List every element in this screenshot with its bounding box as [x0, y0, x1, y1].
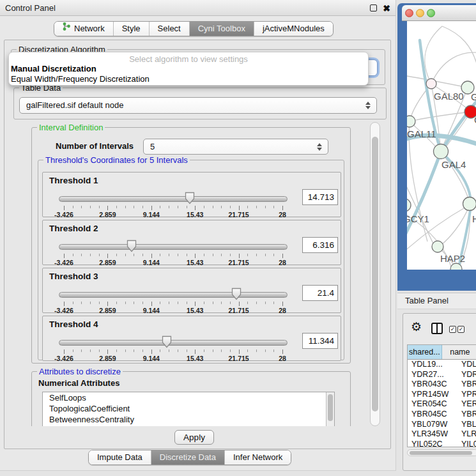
column-header-shared[interactable]: shared... — [408, 345, 442, 359]
gear-icon[interactable]: ⚙ — [411, 319, 422, 334]
table-row[interactable]: YER054CYER0 — [408, 399, 476, 410]
slider-tick — [247, 302, 248, 304]
node-gal80[interactable] — [426, 79, 436, 89]
table-row[interactable]: YDR27...YDR2 — [408, 370, 476, 380]
slider-tick — [265, 206, 266, 208]
scrollbar-thumb[interactable] — [410, 451, 472, 455]
tab-select[interactable]: Select — [149, 22, 189, 36]
cell-shared-name: YDL19... — [408, 360, 456, 370]
attribute-item-betweennesscentrality[interactable]: BetweennessCentrality — [43, 414, 334, 425]
slider-tick — [256, 254, 257, 256]
checkbox-icon[interactable]: ✓ — [449, 326, 456, 333]
slider-tick — [265, 302, 266, 304]
scrollbar-thumb[interactable] — [372, 137, 378, 411]
cell-name: YLR3 — [456, 429, 476, 440]
number-of-intervals-combo[interactable]: 5 — [143, 139, 328, 155]
close-traffic-light[interactable] — [405, 9, 413, 17]
threshold-slider[interactable]: -3.4262.8599.14415.4321.71528 — [59, 238, 288, 265]
slider-tick — [81, 349, 82, 352]
network-canvas[interactable]: GAL80 G C GAL11 GAL4 GCY1 H HAP2 — [407, 21, 476, 270]
threshold-label: Threshold 4 — [49, 319, 98, 329]
tab-impute-data[interactable]: Impute Data — [89, 450, 151, 464]
slider-track[interactable] — [59, 196, 288, 202]
attributes-list[interactable]: SelfLoopsTopologicalCoefficientBetweenne… — [42, 392, 335, 426]
slider-thumb[interactable] — [185, 192, 195, 204]
combo-spinner-icon — [317, 143, 322, 151]
tab-infer-network[interactable]: Infer Network — [224, 450, 291, 464]
cell-shared-name: YIL052C — [408, 440, 456, 447]
attribute-item-selfloops[interactable]: SelfLoops — [43, 392, 334, 403]
apply-button[interactable]: Apply — [174, 430, 214, 445]
slider-tick — [134, 302, 134, 304]
slider-tick — [73, 254, 73, 256]
slider-tick — [73, 349, 73, 352]
node-gal11[interactable] — [407, 116, 415, 127]
tab-jactivemnodules[interactable]: jActiveMNodules — [254, 22, 333, 36]
slider-tick — [134, 254, 134, 256]
table-data-combo[interactable]: galFiltered.sif default node — [19, 97, 377, 114]
slider-tick — [142, 349, 143, 352]
tab-discretize-data[interactable]: Discretize Data — [151, 450, 224, 464]
table-row[interactable]: YPR145WYPR1 — [408, 390, 476, 400]
settings-scroll-area: Interval Definition Number of Intervals … — [10, 122, 370, 426]
table-data-value: galFiltered.sif default node — [26, 100, 123, 110]
slider-tick — [116, 254, 117, 256]
algorithm-option-manual-discretization[interactable]: Manual Discretization — [9, 64, 368, 74]
cell-name: YIL0 — [456, 440, 476, 447]
table-horizontal-scrollbar[interactable] — [407, 449, 476, 456]
table-row[interactable]: YBR043CYBR0 — [408, 380, 476, 390]
table-row[interactable]: YDL19...YDL1 — [408, 360, 476, 370]
threshold-value-field[interactable]: 6.316 — [302, 237, 338, 253]
slider-tick — [125, 349, 126, 352]
label-hap2: HAP2 — [440, 253, 465, 264]
tab-network[interactable]: Network — [54, 22, 113, 36]
split-columns-icon[interactable] — [431, 323, 443, 334]
top-tab-bar: NetworkStyleSelectCyni ToolboxjActiveMNo… — [54, 21, 334, 36]
table-row[interactable]: YIL052CYIL0 — [408, 440, 476, 447]
slider-track[interactable] — [59, 244, 288, 250]
panel-vertical-scrollbar[interactable] — [370, 122, 380, 426]
slider-thumb[interactable] — [127, 240, 137, 252]
node-gal4[interactable] — [434, 144, 449, 159]
tab-cyni-toolbox[interactable]: Cyni Toolbox — [189, 22, 254, 36]
threshold-value-field[interactable]: 21.4 — [302, 285, 338, 301]
slider-tick — [256, 302, 257, 304]
threshold-slider[interactable]: -3.4262.8599.14415.4321.71528 — [59, 334, 288, 361]
attributes-list-scrollbar[interactable] — [326, 392, 334, 426]
node-attribute-table: shared... name YDL19...YDL1YDR27...YDR2Y… — [407, 344, 476, 447]
checkbox-icon[interactable]: ✓ — [457, 326, 464, 333]
threshold-value-field[interactable]: 14.713 — [302, 189, 338, 205]
node-gcy1[interactable] — [407, 199, 411, 211]
label-gal4: GAL4 — [441, 159, 466, 170]
table-row[interactable]: YBR045CYBR0 — [408, 410, 476, 420]
slider-tick — [187, 349, 187, 352]
threshold-value-field[interactable]: 11.344 — [302, 333, 338, 349]
minimize-traffic-light[interactable] — [416, 9, 424, 17]
close-icon[interactable]: ✖ — [383, 1, 390, 17]
tab-style[interactable]: Style — [113, 22, 149, 36]
attribute-item-topologicalcoefficient[interactable]: TopologicalCoefficient — [43, 403, 334, 414]
threshold-slider[interactable]: -3.4262.8599.14415.4321.71528 — [59, 286, 288, 313]
node-hap2[interactable] — [432, 241, 443, 252]
zoom-traffic-light[interactable] — [427, 9, 435, 17]
table-panel-titlebar: Table Panel — [397, 293, 476, 309]
column-header-name[interactable]: name — [442, 345, 476, 359]
slider-thumb[interactable] — [231, 288, 242, 300]
threshold-slider[interactable]: -3.4262.8599.14415.4321.71528 — [59, 190, 288, 217]
algorithm-option-equal-width-frequency-discretization[interactable]: Equal Width/Frequency Discretization — [9, 74, 368, 84]
combo-spinner-icon — [365, 102, 371, 109]
node-h[interactable] — [463, 197, 476, 211]
label-gcy1: GCY1 — [407, 213, 429, 224]
cell-shared-name: YDR27... — [408, 370, 456, 380]
slider-thumb[interactable] — [162, 335, 172, 348]
slider-track[interactable] — [59, 340, 288, 346]
slider-tick — [230, 349, 231, 352]
network-window-titlebar[interactable] — [402, 5, 476, 21]
slider-tick-label: 28 — [279, 211, 286, 219]
slider-tick — [64, 206, 65, 210]
table-row[interactable]: YBL079WYBL0 — [408, 420, 476, 430]
table-row[interactable]: YLR345WYLR3 — [408, 429, 476, 440]
float-window-icon[interactable] — [370, 4, 377, 12]
slider-track[interactable] — [59, 292, 288, 298]
slider-tick — [107, 206, 108, 210]
